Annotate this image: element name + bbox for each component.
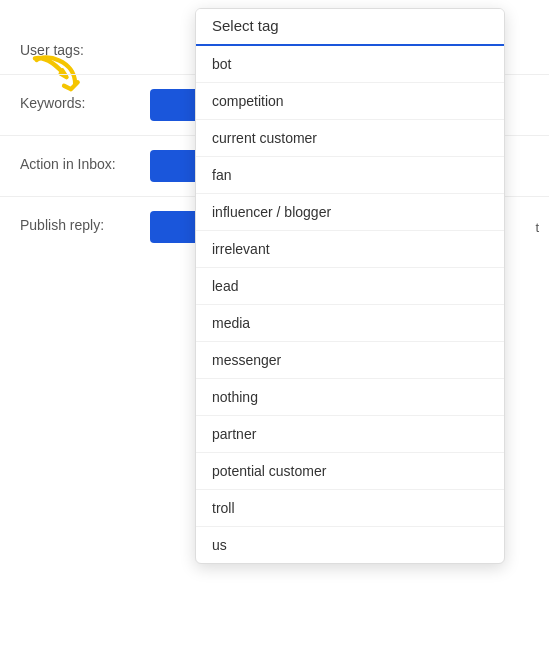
keywords-label: Keywords: [20,89,150,111]
select-tag-dropdown: Select tag botcompetitioncurrent custome… [195,8,505,564]
dropdown-item-competition[interactable]: competition [196,83,504,120]
dropdown-item-troll[interactable]: troll [196,490,504,527]
dropdown-list: botcompetitioncurrent customerfaninfluen… [196,46,504,563]
dropdown-item-potential_customer[interactable]: potential customer [196,453,504,490]
dropdown-item-nothing[interactable]: nothing [196,379,504,416]
dropdown-item-media[interactable]: media [196,305,504,342]
dropdown-item-irrelevant[interactable]: irrelevant [196,231,504,268]
dropdown-item-messenger[interactable]: messenger [196,342,504,379]
dropdown-item-influencer_blogger[interactable]: influencer / blogger [196,194,504,231]
dropdown-item-partner[interactable]: partner [196,416,504,453]
dropdown-item-fan[interactable]: fan [196,157,504,194]
dropdown-item-bot[interactable]: bot [196,46,504,83]
publish-label: Publish reply: [20,211,150,233]
action-label: Action in Inbox: [20,150,150,172]
dropdown-item-lead[interactable]: lead [196,268,504,305]
dropdown-header: Select tag [196,9,504,46]
dropdown-item-current_customer[interactable]: current customer [196,120,504,157]
dropdown-item-us[interactable]: us [196,527,504,563]
page-background: User tags: Keywords: Action in Inbox: Pu… [0,0,549,672]
publish-right-hint: t [535,220,539,235]
